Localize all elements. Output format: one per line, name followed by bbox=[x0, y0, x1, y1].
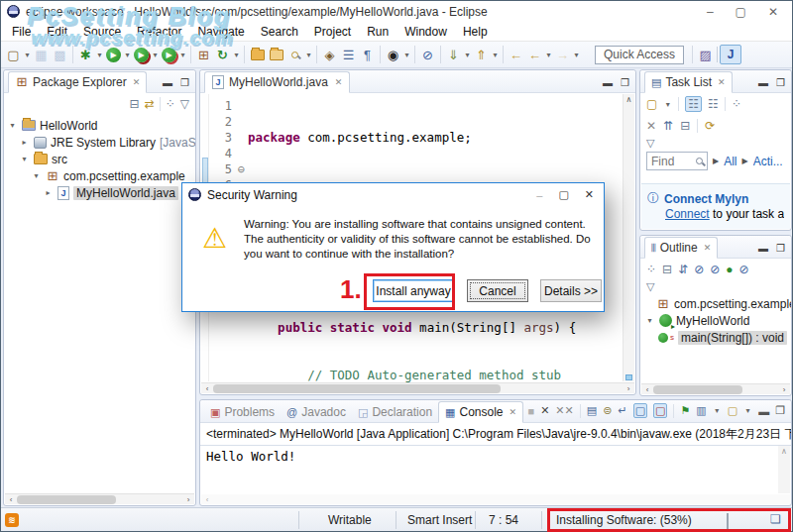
close-icon[interactable]: ✕ bbox=[510, 407, 517, 417]
hide-static-members-icon[interactable]: ⊘ bbox=[710, 263, 720, 276]
java-perspective-icon[interactable]: J bbox=[720, 45, 741, 64]
menu-navigate[interactable]: Navigate bbox=[190, 23, 251, 41]
scroll-up-icon[interactable]: ∧ bbox=[778, 447, 790, 456]
scroll-left-icon[interactable]: ‹ bbox=[201, 495, 213, 504]
hide-local-types-icon[interactable]: ⊘ bbox=[739, 263, 749, 276]
notification-rss-icon[interactable]: ≋ bbox=[5, 513, 19, 527]
outline-item-package[interactable]: ⊞ com.pcsetting.example bbox=[644, 295, 791, 312]
toolbar-overflow-icon[interactable]: ▽ bbox=[646, 137, 654, 149]
forward-icon[interactable]: → bbox=[553, 45, 572, 64]
menu-source[interactable]: Source bbox=[76, 23, 128, 41]
open-resource-icon[interactable] bbox=[267, 45, 285, 64]
editor-tab[interactable]: J MyHelloWorld.java ✕ bbox=[204, 71, 350, 93]
save-all-icon[interactable]: ▩ bbox=[51, 45, 69, 64]
save-icon[interactable]: ▦ bbox=[32, 45, 51, 64]
run-coverage-icon[interactable]: ▶ bbox=[132, 45, 151, 64]
display-console-dropdown-icon[interactable]: ▾ bbox=[713, 406, 722, 415]
scroll-left-icon[interactable]: ‹ bbox=[5, 495, 17, 504]
minimize-view-icon[interactable]: ▬ bbox=[758, 243, 768, 254]
profile-dropdown-icon[interactable]: ▾ bbox=[178, 51, 187, 59]
hide-completed-icon[interactable]: ✕ bbox=[646, 119, 656, 133]
collapse-all-icon[interactable]: ⊟ bbox=[680, 119, 690, 133]
link-with-editor-icon[interactable]: ⇄ bbox=[145, 97, 155, 111]
last-edit-location-icon[interactable]: ← bbox=[507, 45, 525, 64]
menu-file[interactable]: File bbox=[5, 23, 38, 41]
maximize-view-icon[interactable]: ❐ bbox=[180, 77, 189, 88]
quick-access-input[interactable]: Quick Access bbox=[595, 46, 684, 64]
search-dropdown-icon[interactable]: ▾ bbox=[304, 51, 313, 59]
maximize-view-icon[interactable]: ❐ bbox=[621, 77, 629, 88]
scroll-right-icon[interactable]: › bbox=[623, 384, 634, 393]
minimize-view-icon[interactable]: ▬ bbox=[163, 77, 172, 88]
focus-icon[interactable]: ⁘ bbox=[646, 263, 656, 276]
outline-item-method[interactable]: s main(String[]) : void bbox=[644, 329, 791, 346]
connect-link[interactable]: Connect bbox=[665, 207, 710, 221]
display-console-icon[interactable]: ▥ bbox=[696, 404, 706, 417]
maximize-view-icon[interactable]: ❐ bbox=[776, 243, 785, 254]
debug-icon[interactable]: ✱ bbox=[76, 45, 95, 64]
scroll-right-icon[interactable]: › bbox=[182, 495, 194, 504]
menu-project[interactable]: Project bbox=[307, 23, 358, 41]
remove-all-terminated-icon[interactable]: ✕✕ bbox=[555, 404, 573, 417]
hide-non-public-icon[interactable]: ● bbox=[726, 263, 733, 276]
open-console-dropdown-icon[interactable]: ▾ bbox=[743, 406, 752, 415]
export-icon[interactable]: ⇑ bbox=[472, 45, 491, 64]
minimize-view-icon[interactable]: ▬ bbox=[758, 77, 768, 88]
chevron-down-icon[interactable]: ▾ bbox=[644, 316, 655, 325]
annotation-icon[interactable]: ◈ bbox=[320, 45, 339, 64]
import-dropdown-icon[interactable]: ▾ bbox=[463, 51, 472, 59]
view-menu-icon[interactable]: ▽ bbox=[180, 97, 189, 111]
outline-tab[interactable]: ⫴ Outline ✕ bbox=[644, 237, 718, 259]
show-on-stdout-icon[interactable]: ▢ bbox=[633, 403, 647, 418]
new-task-dropdown-icon[interactable]: ▾ bbox=[663, 100, 672, 109]
chevron-down-icon[interactable]: ▾ bbox=[31, 171, 42, 180]
collapse-all-icon[interactable]: ⊟ bbox=[662, 263, 672, 276]
close-icon[interactable]: ✕ bbox=[718, 77, 726, 87]
new-java-project-icon[interactable]: ⊞ bbox=[194, 45, 213, 64]
remove-launch-icon[interactable]: ✕ bbox=[540, 404, 549, 417]
close-icon[interactable]: ✕ bbox=[335, 77, 343, 87]
toolbar-overflow-icon[interactable]: ▽ bbox=[646, 280, 654, 292]
window-close-button[interactable]: ✕ bbox=[768, 5, 778, 19]
new-task-icon[interactable]: ▢ bbox=[646, 97, 657, 111]
minimize-view-icon[interactable]: ▬ bbox=[603, 77, 613, 88]
user-account-icon[interactable]: ◉ bbox=[384, 45, 402, 64]
dialog-maximize-button[interactable]: ▢ bbox=[558, 188, 568, 201]
back-dropdown-icon[interactable]: ▾ bbox=[544, 51, 553, 59]
show-whitespace-icon[interactable]: ¶ bbox=[358, 45, 377, 64]
filter-active-link[interactable]: Acti... bbox=[753, 155, 783, 168]
menu-search[interactable]: Search bbox=[254, 23, 305, 41]
tab-declaration[interactable]: ◲ Declaration bbox=[352, 401, 438, 423]
coverage-dropdown-icon[interactable]: ▾ bbox=[151, 51, 160, 59]
new-wizard-icon[interactable]: ▢ bbox=[4, 45, 23, 64]
show-on-stderr-icon[interactable]: ▢ bbox=[653, 403, 667, 418]
dialog-close-button[interactable]: ✕ bbox=[585, 188, 594, 201]
pin-console-icon[interactable]: ⚑ bbox=[680, 404, 690, 417]
minimize-view-icon[interactable]: ▬ bbox=[758, 405, 769, 417]
word-wrap-icon[interactable]: ↵ bbox=[618, 404, 626, 417]
window-maximize-button[interactable]: ▢ bbox=[736, 5, 746, 19]
outline-hscrollbar[interactable]: ‹ › bbox=[641, 383, 790, 394]
dialog-minimize-button[interactable]: – bbox=[536, 189, 542, 201]
open-console-icon[interactable]: ▢ bbox=[728, 404, 737, 417]
open-type-icon[interactable] bbox=[248, 45, 267, 64]
collapse-all-icon[interactable]: ⊟ bbox=[130, 97, 140, 111]
package-explorer-hscrollbar[interactable]: ‹ › bbox=[5, 493, 194, 504]
scroll-right-icon[interactable]: › bbox=[778, 385, 790, 394]
close-icon[interactable]: ✕ bbox=[704, 243, 712, 253]
scroll-lock-icon[interactable]: ⊜ bbox=[603, 404, 612, 417]
tree-item-project[interactable]: ▾ HelloWorld bbox=[7, 117, 195, 134]
maximize-view-icon[interactable]: ❐ bbox=[776, 77, 785, 88]
hide-fields-icon[interactable]: ⊘ bbox=[694, 263, 704, 276]
editor-hscrollbar[interactable]: ‹ › bbox=[201, 382, 634, 393]
tab-console[interactable]: ▦ Console ✕ bbox=[438, 401, 523, 423]
window-minimize-button[interactable]: – bbox=[707, 5, 714, 19]
profile-icon[interactable]: ▶ bbox=[160, 45, 178, 64]
new-wizard-dropdown-icon[interactable]: ▾ bbox=[23, 51, 32, 59]
package-explorer-tab[interactable]: ⊞ Package Explorer ✕ bbox=[8, 71, 147, 93]
fold-marker-icon[interactable]: ⊖ bbox=[233, 161, 245, 177]
skip-breakpoints-icon[interactable]: ⊘ bbox=[418, 45, 437, 64]
console-output[interactable]: Hello World! bbox=[200, 446, 791, 468]
outline-item-class[interactable]: ▾ MyHelloWorld bbox=[644, 312, 791, 329]
tab-problems[interactable]: ▣ Problems bbox=[204, 401, 281, 423]
